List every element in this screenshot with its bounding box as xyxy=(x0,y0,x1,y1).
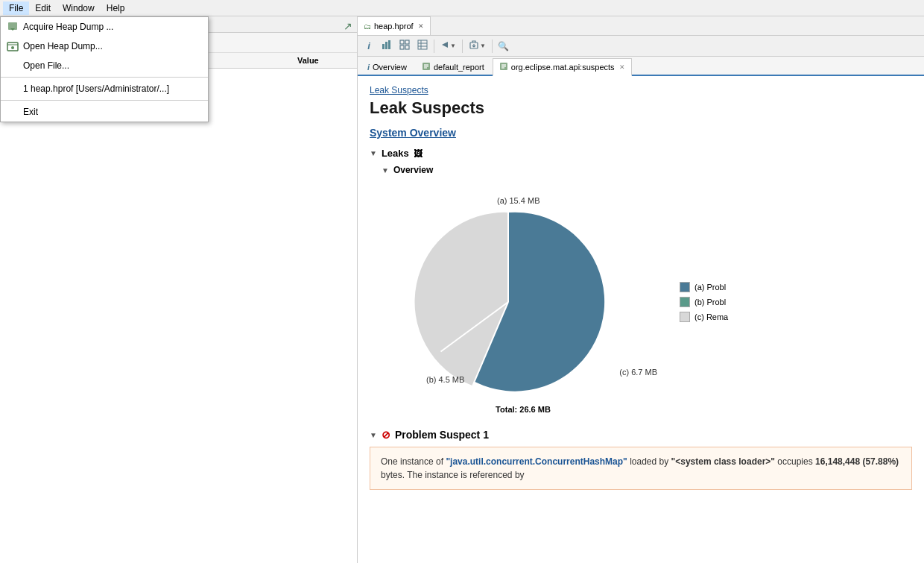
svg-rect-5 xyxy=(385,42,387,49)
leaks-label: Leaks xyxy=(382,148,409,159)
suspect-size: 16,148,448 (57.88%) xyxy=(815,456,899,467)
nav-back-dropdown[interactable]: ▼ xyxy=(437,39,459,53)
info-icon: i xyxy=(367,40,370,51)
heap-editor-tab[interactable]: 🗂 heap.hprof ✕ xyxy=(358,16,431,35)
chart-legend: (a) Probl (b) Probl (c) Rema xyxy=(680,282,728,322)
system-overview-link[interactable]: System Overview xyxy=(370,127,912,139)
menu-bar: File Edit Window Help Acquire Heap Dump … xyxy=(0,0,924,16)
breadcrumb-link[interactable]: Leak Suspects xyxy=(370,85,428,95)
leaks-toggle[interactable]: ▼ xyxy=(370,149,377,157)
svg-rect-6 xyxy=(388,40,390,49)
acquire-heap-dump-item[interactable]: Acquire Heap Dump ... xyxy=(1,17,208,37)
svg-rect-4 xyxy=(382,44,385,49)
tab-suspects[interactable]: org.eclipse.mat.api:suspects ✕ xyxy=(493,58,632,76)
suspect-text-1: One instance of "java.util.concurrent.Co… xyxy=(381,456,899,480)
search-icon: 🔍 xyxy=(498,41,509,51)
open-heap-icon xyxy=(7,40,19,52)
table-button[interactable] xyxy=(414,38,431,54)
overview-subsection-header[interactable]: ▼ Overview xyxy=(370,165,912,175)
separator-1 xyxy=(434,40,434,53)
svg-rect-8 xyxy=(405,40,409,44)
open-file-label: Open File... xyxy=(23,60,69,71)
suspects-tab-close[interactable]: ✕ xyxy=(619,63,625,71)
col-value: Value xyxy=(294,54,354,66)
open-heap-dump-item[interactable]: Open Heap Dump... xyxy=(1,37,208,56)
suspects-label: org.eclipse.mat.api:suspects xyxy=(511,63,615,72)
menu-help[interactable]: Help xyxy=(101,1,131,15)
heap-tab-close[interactable]: ✕ xyxy=(418,22,424,30)
export-arrow: ▼ xyxy=(480,43,486,49)
tab-overview[interactable]: i Overview xyxy=(361,58,414,76)
svg-rect-9 xyxy=(400,45,404,49)
legend-item-b: (b) Probl xyxy=(680,297,728,307)
pie-label-c: (c) 6.7 MB xyxy=(619,368,657,377)
svg-point-3 xyxy=(11,46,14,49)
separator-2 xyxy=(1,100,208,101)
recent-file-icon xyxy=(7,83,19,95)
exit-item[interactable]: Exit xyxy=(1,102,208,122)
breadcrumb: Leak Suspects xyxy=(370,85,912,95)
legend-color-c xyxy=(680,312,690,322)
svg-rect-10 xyxy=(405,45,409,49)
menu-window[interactable]: Window xyxy=(57,1,101,15)
legend-label-b: (b) Probl xyxy=(694,298,726,306)
file-dropdown-menu: Acquire Heap Dump ... Open Heap Dump... … xyxy=(0,16,209,122)
open-heap-label: Open Heap Dump... xyxy=(23,41,103,51)
default-report-label: default_report xyxy=(434,63,484,72)
heap-tab-icon: 🗂 xyxy=(364,22,371,31)
table-body xyxy=(0,69,357,563)
overview-label: Overview xyxy=(373,63,407,72)
pin-icon[interactable]: ↗ xyxy=(344,20,352,32)
grid-button[interactable] xyxy=(396,38,413,54)
recent-file-item[interactable]: 1 heap.hprof [Users/Administrator/...] xyxy=(1,79,208,98)
right-panel: 🗂 heap.hprof ✕ i xyxy=(358,16,924,563)
content-area: Leak Suspects Leak Suspects System Overv… xyxy=(358,76,924,563)
view-tab-bar: i Overview default_report xyxy=(358,57,924,76)
legend-label-a: (a) Probl xyxy=(694,283,726,292)
suspect-box-1: One instance of "java.util.concurrent.Co… xyxy=(370,447,912,490)
svg-rect-7 xyxy=(400,40,404,44)
default-report-icon xyxy=(422,62,431,72)
menu-file[interactable]: File xyxy=(3,1,29,15)
nav-back-arrow: ▼ xyxy=(450,43,456,49)
suspect-classname-link[interactable]: "java.util.concurrent.ConcurrentHashMap" xyxy=(446,456,627,467)
bar-chart-button[interactable] xyxy=(379,38,395,54)
overview-toggle[interactable]: ▼ xyxy=(382,166,389,174)
leaks-icon: 🖼 xyxy=(414,148,423,159)
problem-suspect-1-header[interactable]: ▼ ⊘ Problem Suspect 1 xyxy=(370,429,912,441)
export-dropdown[interactable]: ▼ xyxy=(466,38,489,54)
pie-label-b: (b) 4.5 MB xyxy=(426,375,464,384)
overview-icon: i xyxy=(367,63,370,72)
recent-file-label: 1 heap.hprof [Users/Administrator/...] xyxy=(23,84,169,94)
overview-sublabel: Overview xyxy=(393,165,433,175)
separator-2 xyxy=(462,40,463,53)
problem-suspect-1-label: Problem Suspect 1 xyxy=(395,429,489,441)
open-file-item[interactable]: Open File... xyxy=(1,56,208,75)
page-title: Leak Suspects xyxy=(370,98,912,118)
suspects-icon xyxy=(499,62,508,72)
exit-icon xyxy=(7,106,19,118)
svg-rect-11 xyxy=(418,40,427,49)
heap-tab-label: heap.hprof xyxy=(374,22,414,31)
export-icon xyxy=(469,40,479,52)
acquire-heap-label: Acquire Heap Dump ... xyxy=(23,22,113,32)
menu-edit[interactable]: Edit xyxy=(29,1,57,15)
toolbar: i xyxy=(358,36,924,57)
separator-3 xyxy=(492,40,493,53)
pie-chart: (a) 15.4 MB xyxy=(382,183,665,421)
tab-default-report[interactable]: default_report xyxy=(415,58,491,76)
suspect-loader: "<system class loader>" xyxy=(671,456,775,467)
separator-1 xyxy=(1,77,208,78)
info-button[interactable]: i xyxy=(361,38,377,54)
acquire-heap-icon xyxy=(7,21,19,33)
editor-tab-bar: 🗂 heap.hprof ✕ xyxy=(358,16,924,36)
legend-color-b xyxy=(680,297,690,307)
chart-container: (a) 15.4 MB xyxy=(370,183,912,421)
pie-label-a: (a) 15.4 MB xyxy=(497,196,539,205)
bar-chart-icon xyxy=(382,40,392,52)
problem-suspect-1-toggle[interactable]: ▼ xyxy=(370,431,377,439)
problem-suspect-1-error-icon: ⊘ xyxy=(382,429,390,441)
exit-label: Exit xyxy=(23,107,38,117)
search-button[interactable]: 🔍 xyxy=(496,38,512,54)
leaks-section-header[interactable]: ▼ Leaks 🖼 xyxy=(370,148,912,159)
